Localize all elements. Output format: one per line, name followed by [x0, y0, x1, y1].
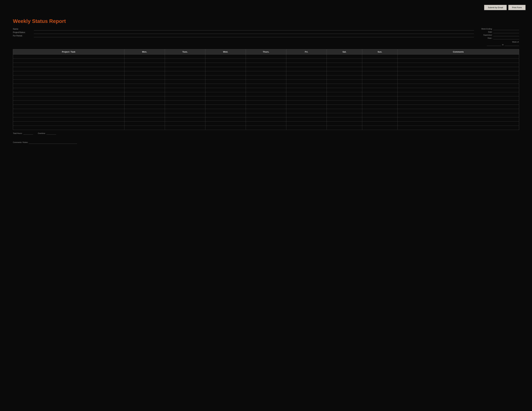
- project-status-input[interactable]: [34, 31, 474, 34]
- row-13-col-4-input[interactable]: [246, 109, 286, 113]
- row-3-col-6-input[interactable]: [327, 67, 362, 71]
- row-4-col-8-input[interactable]: [398, 71, 519, 75]
- row-16-col-5-input[interactable]: [286, 121, 327, 126]
- row-16-col-7-input[interactable]: [362, 121, 398, 126]
- row-8-col-8-input[interactable]: [398, 88, 519, 92]
- row-4-col-3-input[interactable]: [205, 71, 246, 75]
- row-8-col-1-input[interactable]: [124, 88, 165, 92]
- row-17-col-0-input[interactable]: [13, 126, 124, 130]
- row-10-col-1-input[interactable]: [124, 96, 165, 100]
- row-7-col-7-input[interactable]: [362, 84, 398, 88]
- row-15-col-7-input[interactable]: [362, 117, 398, 121]
- name-input[interactable]: [34, 28, 474, 30]
- row-13-col-2-input[interactable]: [165, 109, 205, 113]
- row-0-col-3-input[interactable]: [205, 55, 246, 58]
- row-7-col-5-input[interactable]: [286, 84, 327, 88]
- row-14-col-5-input[interactable]: [286, 113, 327, 117]
- row-16-col-0-input[interactable]: [13, 121, 124, 126]
- supervisor-input[interactable]: [493, 34, 519, 36]
- row-9-col-7-input[interactable]: [362, 92, 398, 96]
- row-0-col-8-input[interactable]: [398, 55, 519, 58]
- row-11-col-3-input[interactable]: [205, 101, 246, 105]
- row-9-col-4-input[interactable]: [246, 92, 286, 96]
- row-3-col-0-input[interactable]: [13, 67, 124, 71]
- row-0-col-4-input[interactable]: [246, 55, 286, 58]
- row-10-col-4-input[interactable]: [246, 96, 286, 100]
- row-14-col-6-input[interactable]: [327, 113, 362, 117]
- row-4-col-6-input[interactable]: [327, 71, 362, 75]
- row-1-col-3-input[interactable]: [205, 59, 246, 63]
- row-15-col-0-input[interactable]: [13, 117, 124, 121]
- row-12-col-7-input[interactable]: [362, 105, 398, 109]
- row-3-col-4-input[interactable]: [246, 67, 286, 71]
- row-6-col-8-input[interactable]: [398, 80, 519, 84]
- row-9-col-8-input[interactable]: [398, 92, 519, 96]
- row-5-col-5-input[interactable]: [286, 75, 327, 79]
- row-17-col-7-input[interactable]: [362, 126, 398, 130]
- for-period-input[interactable]: [34, 34, 474, 37]
- row-16-col-1-input[interactable]: [124, 121, 165, 126]
- row-4-col-2-input[interactable]: [165, 71, 205, 75]
- row-7-col-0-input[interactable]: [13, 84, 124, 88]
- row-12-col-4-input[interactable]: [246, 105, 286, 109]
- week-end-input[interactable]: [504, 43, 519, 46]
- row-6-col-7-input[interactable]: [362, 80, 398, 84]
- row-3-col-5-input[interactable]: [286, 67, 327, 71]
- row-2-col-5-input[interactable]: [286, 63, 327, 67]
- row-13-col-0-input[interactable]: [13, 109, 124, 113]
- row-12-col-5-input[interactable]: [286, 105, 327, 109]
- row-3-col-8-input[interactable]: [398, 67, 519, 71]
- row-6-col-3-input[interactable]: [205, 80, 246, 84]
- row-7-col-6-input[interactable]: [327, 84, 362, 88]
- row-13-col-6-input[interactable]: [327, 109, 362, 113]
- row-2-col-3-input[interactable]: [205, 63, 246, 67]
- row-8-col-5-input[interactable]: [286, 88, 327, 92]
- row-0-col-0-input[interactable]: [13, 55, 124, 58]
- row-1-col-8-input[interactable]: [398, 59, 519, 63]
- week-ending-input[interactable]: [493, 28, 519, 30]
- row-4-col-5-input[interactable]: [286, 71, 327, 75]
- row-3-col-1-input[interactable]: [124, 67, 165, 71]
- row-1-col-5-input[interactable]: [286, 59, 327, 63]
- row-4-col-0-input[interactable]: [13, 71, 124, 75]
- row-3-col-3-input[interactable]: [205, 67, 246, 71]
- row-1-col-2-input[interactable]: [165, 59, 205, 63]
- row-5-col-2-input[interactable]: [165, 75, 205, 79]
- row-15-col-6-input[interactable]: [327, 117, 362, 121]
- row-9-col-6-input[interactable]: [327, 92, 362, 96]
- row-12-col-8-input[interactable]: [398, 105, 519, 109]
- row-0-col-1-input[interactable]: [124, 55, 165, 58]
- row-8-col-2-input[interactable]: [165, 88, 205, 92]
- row-2-col-8-input[interactable]: [398, 63, 519, 67]
- row-11-col-1-input[interactable]: [124, 101, 165, 105]
- row-6-col-5-input[interactable]: [286, 80, 327, 84]
- row-8-col-4-input[interactable]: [246, 88, 286, 92]
- row-7-col-4-input[interactable]: [246, 84, 286, 88]
- row-1-col-6-input[interactable]: [327, 59, 362, 63]
- row-9-col-0-input[interactable]: [13, 92, 124, 96]
- row-15-col-8-input[interactable]: [398, 117, 519, 121]
- row-14-col-8-input[interactable]: [398, 113, 519, 117]
- row-17-col-2-input[interactable]: [165, 126, 205, 130]
- row-5-col-8-input[interactable]: [398, 75, 519, 79]
- row-6-col-6-input[interactable]: [327, 80, 362, 84]
- row-3-col-2-input[interactable]: [165, 67, 205, 71]
- row-12-col-6-input[interactable]: [327, 105, 362, 109]
- row-15-col-2-input[interactable]: [165, 117, 205, 121]
- row-9-col-5-input[interactable]: [286, 92, 327, 96]
- date-input[interactable]: [493, 30, 519, 33]
- row-12-col-3-input[interactable]: [205, 105, 246, 109]
- row-8-col-3-input[interactable]: [205, 88, 246, 92]
- row-14-col-3-input[interactable]: [205, 113, 246, 117]
- dept-input[interactable]: [493, 37, 519, 39]
- row-16-col-8-input[interactable]: [398, 121, 519, 126]
- row-15-col-1-input[interactable]: [124, 117, 165, 121]
- row-14-col-4-input[interactable]: [246, 113, 286, 117]
- row-1-col-1-input[interactable]: [124, 59, 165, 63]
- row-11-col-6-input[interactable]: [327, 101, 362, 105]
- row-7-col-2-input[interactable]: [165, 84, 205, 88]
- row-5-col-7-input[interactable]: [362, 75, 398, 79]
- row-11-col-2-input[interactable]: [165, 101, 205, 105]
- row-16-col-6-input[interactable]: [327, 121, 362, 126]
- row-13-col-1-input[interactable]: [124, 109, 165, 113]
